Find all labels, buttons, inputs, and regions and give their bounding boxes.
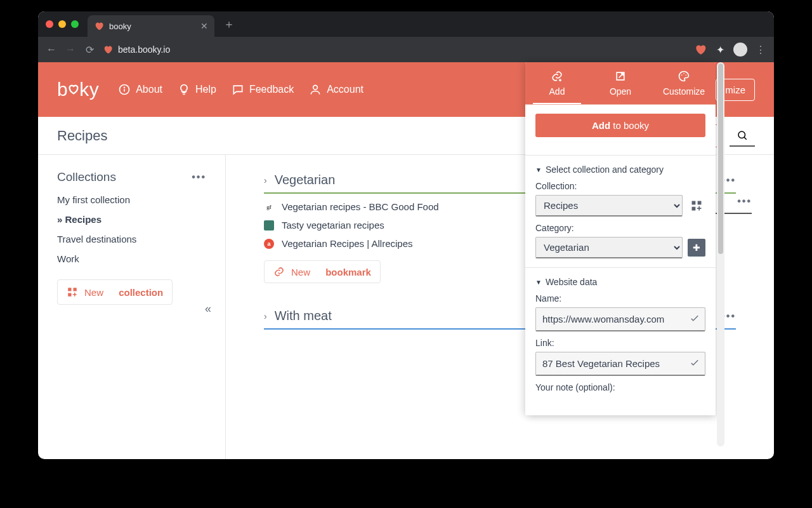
sidebar-item-travel[interactable]: Travel destinations — [57, 234, 206, 244]
browser-chrome: booky ✕ ＋ ← → ⟳ beta.booky.io ✦ ⋮ — [38, 11, 774, 62]
url-text: beta.booky.io — [118, 44, 170, 55]
page-title: Recipes — [57, 128, 107, 144]
minimize-window-icon[interactable] — [58, 20, 66, 28]
category-label: Category: — [535, 223, 705, 233]
extension-popup: Add Open Customize Add to booky Select c… — [525, 62, 716, 415]
svg-point-10 — [683, 73, 684, 74]
tab-add[interactable]: Add — [525, 62, 589, 104]
section-website-data[interactable]: Website data — [535, 277, 705, 287]
name-input[interactable] — [535, 307, 705, 331]
browser-window: booky ✕ ＋ ← → ⟳ beta.booky.io ✦ ⋮ — [38, 11, 774, 459]
maximize-window-icon[interactable] — [71, 20, 79, 28]
add-to-booky-button[interactable]: Add to booky — [535, 114, 705, 137]
extensions-icon[interactable]: ✦ — [714, 44, 726, 56]
site-favicon — [264, 220, 274, 231]
new-bookmark-button[interactable]: New bookmark — [264, 260, 381, 283]
tab-title: booky — [109, 22, 195, 31]
svg-rect-7 — [74, 288, 77, 291]
plus-icon[interactable]: ✚ — [688, 239, 705, 257]
svg-rect-6 — [68, 288, 71, 291]
nav-help[interactable]: Help — [178, 83, 216, 96]
search-button[interactable] — [730, 125, 755, 147]
sidebar-title: Collections — [57, 170, 116, 184]
main-nav: About Help Feedback Account — [118, 83, 363, 96]
sidebar-item-work[interactable]: Work — [57, 253, 206, 264]
svg-rect-13 — [698, 201, 702, 205]
section-collection[interactable]: Select collection and category — [535, 164, 705, 175]
popup-scrollbar[interactable] — [717, 62, 724, 446]
category-select[interactable]: Vegetarian — [535, 237, 683, 258]
search-icon — [737, 130, 748, 141]
sidebar: Collections ••• My first collection Reci… — [38, 155, 226, 459]
palette-icon — [678, 70, 690, 83]
kebab-menu-icon[interactable]: ⋮ — [755, 44, 766, 56]
new-collection-button[interactable]: New collection — [57, 279, 173, 305]
tab-open[interactable]: Open — [589, 62, 652, 104]
category-menu-icon[interactable]: ••• — [737, 196, 752, 207]
close-window-icon[interactable] — [46, 20, 53, 28]
check-icon — [689, 312, 700, 326]
collection-list: My first collection Recipes Travel desti… — [57, 194, 206, 264]
logo[interactable]: bky — [57, 79, 99, 100]
nav-account[interactable]: Account — [309, 83, 363, 96]
collection-select[interactable]: Recipes — [535, 195, 683, 217]
extension-body: Add to booky Select collection and categ… — [525, 105, 716, 405]
collection-label: Collection: — [535, 181, 705, 191]
svg-line-5 — [744, 137, 747, 140]
sidebar-menu-icon[interactable]: ••• — [192, 171, 206, 183]
svg-point-11 — [686, 75, 687, 76]
heart-icon — [94, 21, 104, 31]
new-tab-button[interactable]: ＋ — [223, 17, 235, 32]
check-icon — [689, 357, 700, 371]
tab-strip: booky ✕ ＋ — [38, 11, 774, 37]
nav-about[interactable]: About — [118, 83, 162, 96]
collapse-sidebar-icon[interactable]: « — [205, 302, 211, 316]
grid-plus-icon — [67, 286, 78, 298]
note-label: Your note (optional): — [535, 382, 705, 392]
heart-icon — [103, 44, 113, 55]
chevron-right-icon[interactable]: › — [264, 311, 267, 321]
svg-rect-12 — [692, 201, 696, 205]
chevron-right-icon[interactable]: › — [264, 175, 267, 185]
link-label: Link: — [535, 338, 705, 348]
forward-icon[interactable]: → — [65, 44, 76, 55]
svg-point-2 — [124, 87, 125, 88]
bulb-icon — [178, 83, 190, 96]
info-icon — [118, 83, 131, 96]
close-tab-icon[interactable]: ✕ — [200, 21, 208, 31]
grid-plus-icon[interactable] — [688, 197, 705, 215]
site-favicon: a — [264, 239, 274, 249]
tab-customize[interactable]: Customize — [652, 62, 716, 104]
open-icon — [614, 70, 627, 83]
chat-icon — [232, 83, 244, 96]
svg-point-4 — [738, 131, 745, 138]
browser-tab[interactable]: booky ✕ — [88, 15, 214, 37]
svg-point-3 — [313, 85, 318, 90]
sidebar-item-recipes[interactable]: Recipes — [57, 214, 206, 225]
nav-feedback[interactable]: Feedback — [232, 83, 294, 96]
name-label: Name: — [535, 293, 705, 304]
link-plus-icon — [551, 70, 563, 83]
sidebar-item-my-first[interactable]: My first collection — [57, 194, 206, 205]
address-bar[interactable]: beta.booky.io — [103, 44, 686, 55]
person-icon — [309, 83, 322, 96]
heart-icon — [67, 79, 81, 100]
extension-tabs: Add Open Customize — [525, 62, 716, 105]
back-icon[interactable]: ← — [46, 44, 57, 55]
link-input[interactable] — [535, 352, 705, 376]
profile-avatar[interactable] — [733, 43, 747, 57]
svg-rect-14 — [692, 207, 696, 211]
toolbar: ← → ⟳ beta.booky.io ✦ ⋮ — [38, 37, 774, 62]
link-plus-icon — [273, 266, 285, 277]
svg-point-9 — [681, 75, 683, 76]
svg-rect-8 — [68, 293, 71, 297]
site-favicon: gf — [264, 202, 274, 212]
toolbar-right: ✦ ⋮ — [694, 43, 766, 57]
window-controls[interactable] — [46, 20, 79, 28]
extension-heart-icon[interactable] — [694, 43, 707, 56]
reload-icon[interactable]: ⟳ — [84, 44, 95, 56]
